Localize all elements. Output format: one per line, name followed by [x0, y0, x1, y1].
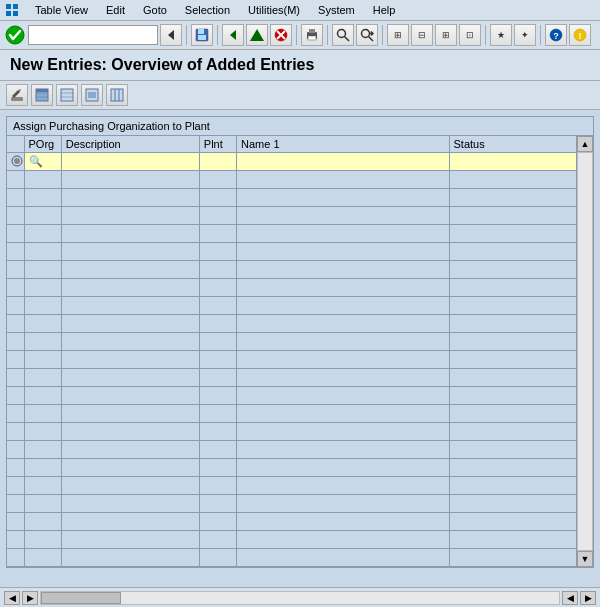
- cell-porg[interactable]: [24, 387, 61, 405]
- menu-utilities[interactable]: Utilities(M): [245, 3, 303, 17]
- scroll-left-button[interactable]: ▶: [22, 591, 38, 605]
- cell-description[interactable]: [61, 405, 199, 423]
- cell-porg[interactable]: [24, 207, 61, 225]
- cell-plnt[interactable]: [199, 225, 236, 243]
- select-block-button[interactable]: [81, 84, 103, 106]
- cell-description[interactable]: [61, 495, 199, 513]
- cell-porg[interactable]: [24, 261, 61, 279]
- row-selector[interactable]: [7, 297, 24, 315]
- cell-description[interactable]: [61, 297, 199, 315]
- toolbar-btn-b1[interactable]: ★: [490, 24, 512, 46]
- cell-description[interactable]: [61, 189, 199, 207]
- lookup-icon[interactable]: 🔍: [29, 155, 43, 167]
- edit-row-button[interactable]: [6, 84, 28, 106]
- cell-plnt[interactable]: [199, 333, 236, 351]
- menu-help[interactable]: Help: [370, 3, 399, 17]
- row-selector[interactable]: [7, 459, 24, 477]
- scroll-far-left-button[interactable]: ◀: [4, 591, 20, 605]
- toolbar-btn-a3[interactable]: ⊞: [435, 24, 457, 46]
- cell-plnt[interactable]: [199, 387, 236, 405]
- cell-description[interactable]: [61, 279, 199, 297]
- cell-porg[interactable]: [24, 171, 61, 189]
- row-selector[interactable]: [7, 441, 24, 459]
- deselect-button[interactable]: [56, 84, 78, 106]
- row-selector[interactable]: [7, 495, 24, 513]
- cell-plnt[interactable]: [199, 459, 236, 477]
- cell-plnt[interactable]: [199, 369, 236, 387]
- row-selector[interactable]: [7, 477, 24, 495]
- cell-description[interactable]: [61, 459, 199, 477]
- row-selector[interactable]: [7, 261, 24, 279]
- command-input[interactable]: [28, 25, 158, 45]
- row-selector[interactable]: [7, 333, 24, 351]
- cell-plnt[interactable]: [199, 495, 236, 513]
- row-selector[interactable]: [7, 243, 24, 261]
- row-selector[interactable]: [7, 279, 24, 297]
- cell-plnt[interactable]: [199, 423, 236, 441]
- cell-porg[interactable]: [24, 549, 61, 567]
- cell-plnt[interactable]: [199, 207, 236, 225]
- toolbar-btn-a1[interactable]: ⊞: [387, 24, 409, 46]
- print-button[interactable]: [301, 24, 323, 46]
- row-selector[interactable]: [7, 351, 24, 369]
- row-selector[interactable]: [7, 513, 24, 531]
- cell-porg[interactable]: [24, 333, 61, 351]
- toolbar-btn-b2[interactable]: ✦: [514, 24, 536, 46]
- row-selector[interactable]: [7, 405, 24, 423]
- cell-description[interactable]: [61, 261, 199, 279]
- menu-edit[interactable]: Edit: [103, 3, 128, 17]
- cell-porg[interactable]: [24, 297, 61, 315]
- cell-porg[interactable]: [24, 495, 61, 513]
- row-selector[interactable]: [7, 549, 24, 567]
- cell-description[interactable]: [61, 171, 199, 189]
- cell-plnt[interactable]: [199, 315, 236, 333]
- menu-system[interactable]: System: [315, 3, 358, 17]
- cell-plnt[interactable]: [199, 549, 236, 567]
- cell-description[interactable]: [61, 369, 199, 387]
- menu-selection[interactable]: Selection: [182, 3, 233, 17]
- cell-plnt[interactable]: [199, 279, 236, 297]
- cell-porg[interactable]: [24, 477, 61, 495]
- cell-porg[interactable]: [24, 225, 61, 243]
- row-selector[interactable]: [7, 153, 24, 171]
- scroll-down-button[interactable]: ▼: [577, 551, 593, 567]
- cell-porg[interactable]: [24, 531, 61, 549]
- row-selector[interactable]: [7, 387, 24, 405]
- cell-porg[interactable]: [24, 441, 61, 459]
- cell-plnt[interactable]: [199, 153, 236, 171]
- row-selector[interactable]: [7, 225, 24, 243]
- row-selector[interactable]: [7, 171, 24, 189]
- menu-goto[interactable]: Goto: [140, 3, 170, 17]
- row-selector[interactable]: [7, 315, 24, 333]
- cancel-button[interactable]: [270, 24, 292, 46]
- cell-description[interactable]: [61, 549, 199, 567]
- cell-plnt[interactable]: [199, 477, 236, 495]
- scroll-far-right-button-2[interactable]: ▶: [580, 591, 596, 605]
- help-button[interactable]: ?: [545, 24, 567, 46]
- cell-porg[interactable]: [24, 315, 61, 333]
- cell-plnt[interactable]: [199, 405, 236, 423]
- toolbar-btn-a2[interactable]: ⊟: [411, 24, 433, 46]
- row-selector[interactable]: [7, 531, 24, 549]
- cell-description[interactable]: [61, 153, 199, 171]
- cell-porg[interactable]: [24, 369, 61, 387]
- cell-plnt[interactable]: [199, 261, 236, 279]
- back-button[interactable]: [222, 24, 244, 46]
- cell-plnt[interactable]: [199, 189, 236, 207]
- horizontal-scroll-track[interactable]: [40, 591, 560, 605]
- cell-description[interactable]: [61, 225, 199, 243]
- cell-plnt[interactable]: [199, 441, 236, 459]
- cell-porg[interactable]: [24, 279, 61, 297]
- cell-porg[interactable]: [24, 351, 61, 369]
- save-button[interactable]: [191, 24, 213, 46]
- row-selector[interactable]: [7, 423, 24, 441]
- select-all-button[interactable]: [31, 84, 53, 106]
- row-selector[interactable]: [7, 189, 24, 207]
- cell-plnt[interactable]: [199, 513, 236, 531]
- cell-description[interactable]: [61, 477, 199, 495]
- prev-screen-button[interactable]: [160, 24, 182, 46]
- cell-description[interactable]: [61, 531, 199, 549]
- cell-plnt[interactable]: [199, 243, 236, 261]
- scroll-up-button[interactable]: ▲: [577, 136, 593, 152]
- cell-description[interactable]: [61, 333, 199, 351]
